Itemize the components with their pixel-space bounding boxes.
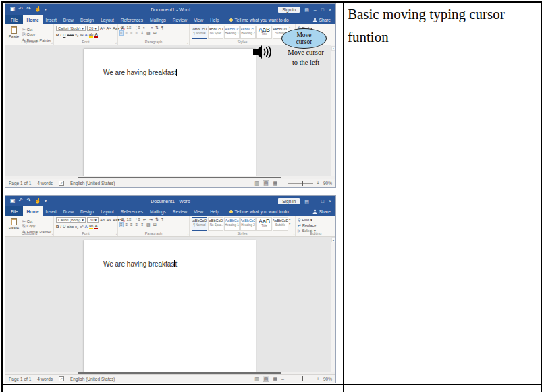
dialog-launcher-icon[interactable]: ⌟ (187, 40, 188, 44)
horizontal-scrollbar-thumb[interactable] (78, 177, 281, 178)
style-heading-2[interactable]: AaBbCcC Heading 2 (240, 217, 256, 231)
proofing-icon[interactable]: ✓ (59, 181, 64, 186)
style-no-spacing[interactable]: AaBbCcDc ¶ No Spac... (208, 217, 223, 231)
zoom-slider-thumb[interactable] (302, 181, 303, 186)
close-button[interactable]: × (329, 7, 331, 12)
subscript-button[interactable]: x₂ (75, 225, 78, 229)
multilevel-list-icon[interactable]: ⋮≡ (134, 217, 140, 221)
tell-me-box[interactable]: Tell me what you want to do (229, 15, 289, 24)
tab-home[interactable]: Home (23, 15, 42, 24)
dialog-launcher-icon[interactable]: ⌟ (187, 231, 188, 235)
styles-gallery-up-icon[interactable]: ▴ (289, 218, 292, 221)
print-layout-icon[interactable]: ▤ (263, 376, 269, 381)
font-family-select[interactable]: Calibri (Body) ▾ (56, 26, 86, 31)
zoom-out-icon[interactable]: – (281, 376, 284, 381)
decrease-indent-icon[interactable]: ⇤ (143, 217, 146, 221)
justify-icon[interactable]: ≡ (136, 223, 138, 227)
word-count[interactable]: 4 words (37, 181, 53, 186)
strikethrough-button[interactable]: abc (67, 33, 74, 37)
tab-mailings[interactable]: Mailings (146, 15, 169, 24)
shading-icon[interactable]: ▨ (146, 223, 151, 227)
dialog-launcher-icon[interactable]: ⌟ (115, 231, 117, 235)
document-page[interactable]: We are having breakfast (84, 240, 256, 372)
sort-icon[interactable]: ⇅ (155, 217, 159, 221)
zoom-out-icon[interactable]: – (281, 181, 284, 186)
style-normal[interactable]: AaBbCcDc ¶ Normal (192, 217, 207, 231)
numbering-icon[interactable]: 1≡ (127, 217, 132, 221)
document-area[interactable]: We are having breakfast ▴ (5, 237, 335, 372)
tab-view[interactable]: View (190, 206, 207, 216)
justify-icon[interactable]: ≡ (136, 31, 138, 35)
align-center-icon[interactable]: ≡ (126, 31, 128, 35)
superscript-button[interactable]: x² (80, 33, 83, 37)
zoom-in-icon[interactable]: + (317, 181, 319, 186)
borders-icon[interactable]: ⊞ (153, 223, 157, 227)
align-right-icon[interactable]: ≡ (130, 31, 133, 35)
page-indicator[interactable]: Page 1 of 1 (9, 181, 31, 186)
style-subtitle[interactable]: AaBbCcD Subtitle (273, 217, 288, 231)
web-layout-icon[interactable]: ▦ (272, 181, 278, 186)
horizontal-scrollbar-thumb[interactable] (78, 372, 281, 374)
document-page[interactable]: We are having breakfast (84, 49, 256, 176)
decrease-indent-icon[interactable]: ⇤ (143, 26, 146, 30)
style-title[interactable]: AaB Title (256, 217, 272, 231)
align-left-icon[interactable]: ≡ (120, 31, 123, 35)
underline-button[interactable]: U (63, 33, 65, 37)
shrink-font-button[interactable]: A˅ (107, 26, 112, 30)
page-indicator[interactable]: Page 1 of 1 (9, 376, 31, 381)
font-color-button[interactable]: A (94, 32, 97, 38)
bold-button[interactable]: B (56, 33, 59, 37)
read-mode-icon[interactable]: ▥ (254, 181, 260, 186)
grow-font-button[interactable]: A˄ (100, 26, 105, 30)
ribbon-display-options-icon[interactable]: ▤ (304, 7, 309, 12)
style-title[interactable]: AaB Title (256, 26, 272, 39)
tab-mailings[interactable]: Mailings (146, 206, 169, 216)
scroll-up-icon[interactable]: ▴ (331, 237, 335, 242)
sort-icon[interactable]: ⇅ (155, 26, 159, 30)
borders-icon[interactable]: ⊞ (153, 31, 157, 35)
language-indicator[interactable]: English (United States) (70, 376, 115, 381)
dialog-launcher-icon[interactable]: ⌟ (115, 40, 117, 44)
bullets-icon[interactable]: •≡ (120, 26, 124, 30)
bullets-icon[interactable]: •≡ (120, 217, 124, 221)
text-effects-button[interactable]: A (84, 33, 87, 37)
find-button[interactable]: ⚲ Find ▾ (298, 217, 334, 222)
superscript-button[interactable]: x² (80, 225, 83, 229)
tell-me-box[interactable]: Tell me what you want to do (229, 206, 289, 216)
restore-button[interactable]: □ (321, 7, 324, 12)
close-button[interactable]: × (329, 199, 331, 204)
align-left-icon[interactable]: ≡ (120, 223, 123, 227)
sign-in-button[interactable]: Sign in (278, 7, 300, 13)
tab-insert[interactable]: Insert (43, 206, 60, 216)
line-spacing-icon[interactable]: ⇕ (140, 31, 144, 35)
replace-button[interactable]: ⇄ Replace (298, 223, 334, 227)
zoom-in-icon[interactable]: + (317, 376, 319, 381)
line-spacing-icon[interactable]: ⇕ (140, 223, 144, 227)
tab-design[interactable]: Design (77, 206, 97, 216)
font-size-select[interactable]: 20 ▾ (87, 217, 99, 223)
tab-review[interactable]: Review (169, 206, 190, 216)
styles-gallery-up-icon[interactable]: ▴ (289, 26, 292, 30)
style-heading-1[interactable]: AaBbCc Heading 1 (224, 217, 240, 231)
style-normal[interactable]: AaBbCcDc ¶ Normal (192, 26, 207, 39)
zoom-slider[interactable] (288, 183, 313, 184)
tab-file[interactable]: File (5, 206, 23, 216)
text-effects-button[interactable]: A (84, 225, 87, 229)
share-button[interactable]: Share (312, 206, 335, 216)
style-heading-1[interactable]: AaBbCc Heading 1 (224, 26, 240, 39)
text-highlight-button[interactable]: ab (89, 32, 94, 38)
text-highlight-button[interactable]: ab (89, 224, 94, 229)
paragraph-mark-icon[interactable]: ¶ (161, 217, 163, 221)
copy-button[interactable]: ⎘ Copy (22, 224, 51, 229)
font-color-button[interactable]: A (94, 224, 97, 229)
multilevel-list-icon[interactable]: ⋮≡ (134, 26, 140, 30)
styles-gallery-down-icon[interactable]: ▾ (289, 223, 292, 226)
cut-button[interactable]: ✂ Cut (22, 27, 51, 32)
tab-view[interactable]: View (190, 15, 207, 24)
dialog-launcher-icon[interactable]: ⌟ (51, 231, 53, 235)
numbering-icon[interactable]: 1≡ (127, 26, 132, 30)
minimize-button[interactable]: – (314, 199, 317, 204)
proofing-icon[interactable]: ✓ (59, 376, 64, 381)
paste-button[interactable]: Paste (7, 217, 20, 231)
vertical-scrollbar[interactable]: ▴ (331, 237, 335, 372)
